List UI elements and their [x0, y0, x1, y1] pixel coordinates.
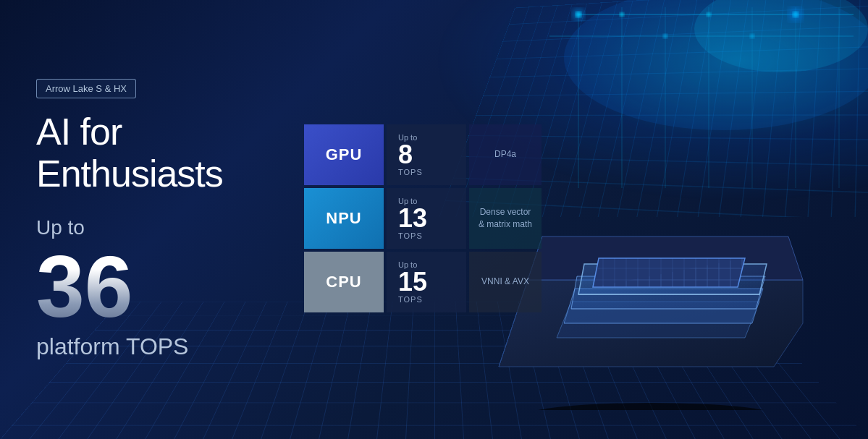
big-number: 36 [36, 243, 311, 330]
product-badge: Arrow Lake S & HX [36, 79, 136, 98]
npu-value-cell: Up to 13 TOPS [387, 188, 466, 249]
cpu-row: CPU Up to 15 TOPS VNNI & AVX [304, 252, 536, 312]
gpu-label: GPU [304, 124, 384, 185]
cpu-label: CPU [304, 252, 384, 312]
gpu-number: 8 [398, 142, 413, 168]
svg-point-10 [573, 9, 584, 20]
cpu-number: 15 [398, 269, 427, 295]
left-content-area: Arrow Lake S & HX AI for Enthusiasts Up … [36, 0, 311, 439]
npu-number: 13 [398, 205, 427, 231]
npu-label: NPU [304, 188, 384, 249]
gpu-tops: TOPS [398, 168, 423, 176]
gpu-row: GPU Up to 8 TOPS DP4a [304, 124, 536, 185]
svg-marker-32 [593, 258, 745, 287]
npu-row: NPU Up to 13 TOPS Dense vector & matrix … [304, 188, 536, 249]
npu-tops: TOPS [398, 231, 423, 240]
platform-tops-label: platform TOPS [36, 333, 311, 360]
up-to-label: Up to [36, 216, 311, 239]
gpu-description: DP4a [469, 124, 542, 185]
cpu-description: VNNI & AVX [469, 252, 542, 312]
npu-description: Dense vector & matrix math [469, 188, 542, 249]
stats-grid: GPU Up to 8 TOPS DP4a NPU Up to 13 TOPS … [304, 124, 536, 315]
main-title: AI for Enthusiasts [36, 111, 311, 194]
cpu-tops: TOPS [398, 295, 423, 304]
svg-point-20 [521, 403, 781, 410]
cpu-value-cell: Up to 15 TOPS [387, 252, 466, 312]
gpu-value-cell: Up to 8 TOPS [387, 124, 466, 185]
